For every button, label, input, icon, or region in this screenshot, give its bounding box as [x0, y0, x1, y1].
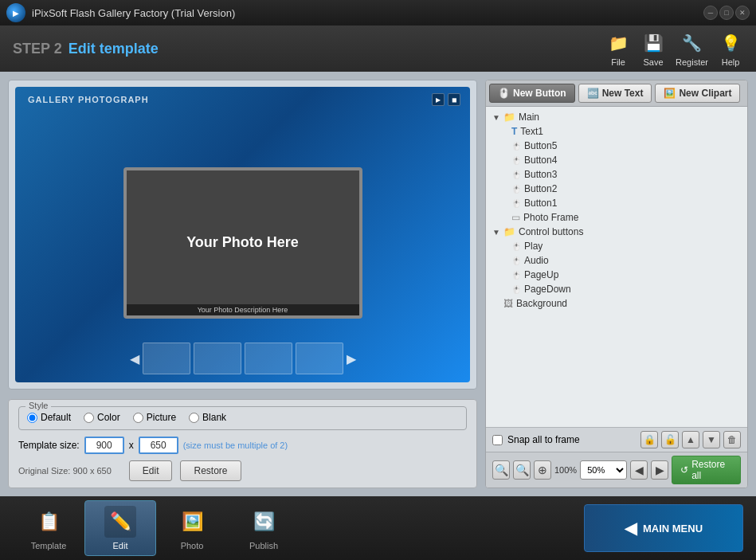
main-content: GALLERY PHOTOGRAPH ▶ ◼ Your Photo Here Y…	[0, 72, 756, 496]
style-color-label: Color	[97, 412, 120, 423]
pan-right-button[interactable]: ▶	[651, 460, 668, 480]
tree-button1-label: Button1	[524, 198, 557, 209]
width-input[interactable]	[84, 437, 124, 454]
minimize-button[interactable]: ─	[703, 6, 718, 20]
tree-pagedown[interactable]: 🖱️ PageDown	[492, 282, 741, 296]
lock-button[interactable]: 🔒	[640, 431, 658, 448]
nav-tab-publish[interactable]: 🔄 Publish	[228, 500, 300, 556]
tree-button4[interactable]: 🖱️ Button4	[492, 153, 741, 167]
template-nav-label: Template	[31, 541, 67, 550]
restore-all-icon: ↺	[680, 464, 688, 476]
nav-tab-photo[interactable]: 🖼️ Photo	[156, 500, 228, 556]
step-number: STEP 2	[13, 41, 62, 57]
tree-main[interactable]: ▼ 📁 Main	[492, 110, 741, 124]
photoframe-icon: ▭	[511, 212, 520, 223]
size-x-separator: x	[129, 440, 134, 451]
thumb-1[interactable]	[143, 343, 190, 374]
thumb-4[interactable]	[296, 343, 343, 374]
tree-button1[interactable]: 🖱️ Button1	[492, 196, 741, 210]
tree-play[interactable]: 🖱️ Play	[492, 239, 741, 253]
tree-pageup[interactable]: 🖱️ PageUp	[492, 268, 741, 282]
audio-icon: 🖱️	[511, 257, 521, 265]
btn5-icon: 🖱️	[511, 142, 521, 151]
play-ctrl-btn[interactable]: ▶	[432, 93, 445, 106]
prev-thumb-btn[interactable]: ◀	[130, 351, 139, 366]
thumb-3[interactable]	[245, 343, 292, 374]
titlebar: ▶ iPixSoft Flash Gallery Factory (Trial …	[0, 0, 756, 25]
tree-audio[interactable]: 🖱️ Audio	[492, 253, 741, 268]
style-picture-radio[interactable]	[133, 413, 143, 423]
move-up-button[interactable]: ▲	[682, 431, 699, 448]
register-button[interactable]: 🔧 Register	[676, 30, 708, 67]
pageup-icon: 🖱️	[511, 271, 521, 280]
new-button-label: New Button	[513, 88, 566, 99]
style-picture[interactable]: Picture	[133, 412, 176, 423]
btn2-icon: 🖱️	[511, 185, 521, 194]
close-button[interactable]: ✕	[735, 6, 750, 20]
tree-button3[interactable]: 🖱️ Button3	[492, 167, 741, 182]
stop-ctrl-btn[interactable]: ◼	[448, 93, 460, 106]
move-down-button[interactable]: ▼	[703, 431, 720, 448]
zoom-in-button[interactable]: 🔍	[492, 460, 510, 480]
zoom-select[interactable]: 25% 50% 75% 100% 150% 200%	[580, 460, 627, 480]
restore-all-button[interactable]: ↺ Restore all	[672, 456, 741, 484]
expand-main-icon: ▼	[492, 113, 500, 122]
tree-controlbuttons-label: Control buttons	[519, 226, 583, 237]
main-menu-button[interactable]: ◀ MAIN MENU	[584, 504, 743, 552]
expand-ctrl-icon: ▼	[492, 228, 500, 237]
new-clipart-label: New Clipart	[679, 88, 731, 99]
tree-photoframe[interactable]: ▭ Photo Frame	[492, 210, 741, 225]
new-button-btn[interactable]: 🖱️ New Button	[489, 84, 575, 103]
tree-play-label: Play	[524, 241, 543, 252]
register-icon: 🔧	[680, 30, 705, 56]
pan-left-button[interactable]: ◀	[630, 460, 648, 480]
restore-button[interactable]: Restore	[180, 460, 241, 481]
edit-nav-label: Edit	[113, 541, 128, 550]
snap-checkbox[interactable]	[492, 435, 503, 445]
tree-pagedown-label: PageDown	[524, 284, 571, 295]
save-button[interactable]: 💾 Save	[640, 30, 666, 67]
style-blank-radio[interactable]	[189, 413, 199, 423]
gallery-controls: ▶ ◼	[432, 93, 460, 106]
edit-button[interactable]: Edit	[129, 460, 173, 481]
register-label: Register	[676, 57, 708, 67]
zoom-out-button[interactable]: 🔍	[513, 460, 531, 480]
tree-text1[interactable]: T Text1	[492, 124, 741, 139]
unlock-button[interactable]: 🔓	[661, 431, 679, 448]
tree-button2-label: Button2	[524, 183, 557, 194]
tree-button2[interactable]: 🖱️ Button2	[492, 182, 741, 196]
save-label: Save	[643, 57, 663, 67]
file-button[interactable]: 📁 File	[605, 30, 631, 67]
zoom-toolbar: 🔍 🔍 ⊕ 100% 25% 50% 75% 100% 150% 200% ◀ …	[486, 452, 747, 488]
help-button[interactable]: 💡 Help	[718, 30, 743, 67]
snap-label: Snap all to frame	[507, 434, 580, 445]
new-clipart-btn[interactable]: 🖼️ New Clipart	[655, 84, 740, 103]
photo-nav-icon: 🖼️	[176, 506, 208, 538]
toolbar-buttons: 📁 File 💾 Save 🔧 Register 💡 Help	[605, 30, 743, 67]
style-default-radio[interactable]	[27, 413, 37, 423]
zoom-fit-button[interactable]: ⊕	[534, 460, 551, 480]
tree-button5[interactable]: 🖱️ Button5	[492, 139, 741, 153]
nav-tab-edit[interactable]: ✏️ Edit	[84, 500, 156, 556]
text-icon: T	[511, 126, 517, 137]
toolbar: STEP 2 Edit template 📁 File 💾 Save 🔧 Reg…	[0, 25, 756, 72]
tree-background-label: Background	[516, 298, 567, 309]
delete-button[interactable]: 🗑	[723, 431, 741, 448]
style-picture-label: Picture	[147, 412, 176, 423]
style-color[interactable]: Color	[84, 412, 120, 423]
tree-main-label: Main	[519, 112, 539, 123]
next-thumb-btn[interactable]: ▶	[347, 351, 356, 366]
step-label: STEP 2 Edit template	[13, 41, 605, 57]
style-color-radio[interactable]	[84, 413, 94, 423]
style-blank[interactable]: Blank	[189, 412, 226, 423]
tree-photoframe-label: Photo Frame	[523, 212, 578, 223]
thumb-2[interactable]	[194, 343, 241, 374]
tree-controlbuttons[interactable]: ▼ 📁 Control buttons	[492, 225, 741, 239]
tree-background[interactable]: 🖼 Background	[492, 296, 741, 311]
maximize-button[interactable]: □	[719, 6, 734, 20]
nav-tab-template[interactable]: 📋 Template	[13, 500, 84, 556]
style-default[interactable]: Default	[27, 412, 71, 423]
new-text-btn[interactable]: 🔤 New Text	[578, 84, 652, 103]
height-input[interactable]	[139, 437, 178, 454]
preview-canvas: GALLERY PHOTOGRAPH ▶ ◼ Your Photo Here Y…	[15, 87, 470, 382]
